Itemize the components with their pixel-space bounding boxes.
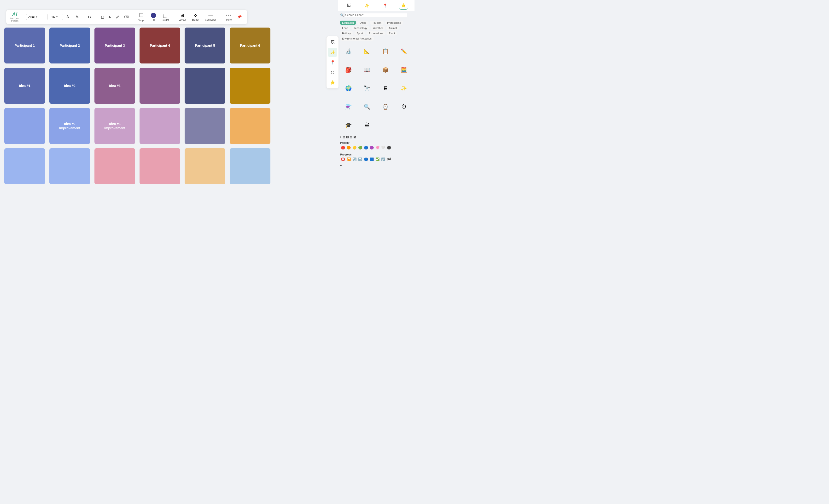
font-color-button[interactable]: A xyxy=(107,14,112,20)
clipart-magnifier[interactable]: 🔍 xyxy=(358,98,376,115)
clipart-stopwatch[interactable]: ⏱ xyxy=(395,98,412,115)
float-icon-sparkle[interactable]: ✨ xyxy=(328,48,337,57)
card-row4-3[interactable] xyxy=(95,148,135,184)
card-row4-4[interactable] xyxy=(140,148,180,184)
font-family-select[interactable]: Arial ▼ xyxy=(26,14,48,20)
clipart-scroll[interactable]: 🔬 📐 📋 ✏️ 🎒 📖 📦 🧮 🌍 🔭 🖥 ✨ ⚗️ 🔍 ⌚ ⏱ 🎓 🏛 ≡ … xyxy=(338,42,414,166)
clipart-book-open[interactable]: 📖 xyxy=(358,61,376,79)
card-participant-1[interactable]: Participant 1 xyxy=(4,28,45,64)
font-size-select[interactable]: 16 ▼ xyxy=(49,14,63,20)
float-icon-star[interactable]: ⭐ xyxy=(328,78,337,87)
card-idea-2[interactable]: Idea #2 xyxy=(49,68,90,104)
float-icon-image[interactable]: 🖼 xyxy=(328,38,337,47)
progress-6[interactable]: ✅ xyxy=(375,157,380,162)
eraser-button[interactable]: ⌫ xyxy=(122,14,130,20)
card-idea-4[interactable] xyxy=(140,68,180,104)
cat-sport[interactable]: Sport xyxy=(354,31,365,35)
font-size-up-button[interactable]: A+ xyxy=(65,14,72,20)
progress-1[interactable]: 🔁 xyxy=(346,157,351,162)
card-row3-4[interactable] xyxy=(140,108,180,144)
highlight-button[interactable]: 🖊 xyxy=(114,14,120,20)
view-icon-3[interactable]: ⊡ xyxy=(346,135,349,139)
priority-6[interactable]: 🟣 xyxy=(369,145,374,150)
branch-tool[interactable]: ⊹ Branch xyxy=(190,12,202,22)
strip-icon-clipart[interactable]: ⭐ xyxy=(399,1,407,9)
cat-animal[interactable]: Animal xyxy=(386,26,399,30)
card-idea-5[interactable] xyxy=(185,68,225,104)
view-icon-5[interactable]: ⊠ xyxy=(353,135,356,139)
cat-professions[interactable]: Professions xyxy=(385,21,403,25)
progress-2[interactable]: 🔃 xyxy=(352,157,357,162)
float-icon-location[interactable]: 📍 xyxy=(328,58,337,67)
card-row3-3[interactable]: Idea #3Improvement xyxy=(95,108,135,144)
border-tool[interactable]: ⬚ Border xyxy=(160,12,171,22)
view-icon-1[interactable]: ≡ xyxy=(340,135,341,139)
underline-button[interactable]: U xyxy=(100,14,105,20)
priority-8[interactable]: 🤍 xyxy=(381,145,386,150)
card-participant-4[interactable]: Participant 4 xyxy=(140,28,180,64)
priority-7[interactable]: 🩷 xyxy=(375,145,380,150)
italic-button[interactable]: I xyxy=(94,14,98,20)
card-row3-2[interactable]: Idea #2Improvement xyxy=(49,108,90,144)
progress-7[interactable]: ☑️ xyxy=(381,157,386,162)
priority-4[interactable]: 🟢 xyxy=(357,145,363,150)
cat-holiday[interactable]: Holiday xyxy=(340,31,353,35)
card-row4-1[interactable] xyxy=(4,148,45,184)
pin-button[interactable]: 📌 xyxy=(236,14,243,20)
priority-2[interactable]: 🟠 xyxy=(346,145,351,150)
clipart-building[interactable]: 🏛 xyxy=(358,116,376,134)
clipart-blackboard[interactable]: 📋 xyxy=(376,43,394,60)
cat-tourism[interactable]: Tourism xyxy=(370,21,384,25)
more-tool[interactable]: ••• More xyxy=(224,12,234,22)
priority-3[interactable]: 🟡 xyxy=(352,145,357,150)
clipart-sparkle2[interactable]: ✨ xyxy=(395,80,412,97)
card-row4-6[interactable] xyxy=(230,148,271,184)
view-icon-4[interactable]: ⊟ xyxy=(350,135,352,139)
clipart-backpack[interactable]: 🎒 xyxy=(340,61,357,79)
card-participant-5[interactable]: Participant 5 xyxy=(185,28,225,64)
clipart-molecule[interactable]: ⚗️ xyxy=(340,98,357,115)
priority-1[interactable]: 🔴 xyxy=(340,145,346,150)
priority-9[interactable]: ⚫ xyxy=(386,145,392,150)
card-idea-6[interactable] xyxy=(230,68,271,104)
fill-tool[interactable]: Fill xyxy=(149,12,158,22)
strip-icon-location[interactable]: 📍 xyxy=(381,1,389,9)
card-idea-3[interactable]: Idea #3 xyxy=(95,68,135,104)
card-row4-5[interactable] xyxy=(185,148,225,184)
cat-food[interactable]: Food xyxy=(340,26,351,30)
clipart-microscope[interactable]: 🔬 xyxy=(340,43,357,60)
cat-technology[interactable]: Technology xyxy=(352,26,370,30)
clipart-watch[interactable]: ⌚ xyxy=(376,98,394,115)
clipart-monitor[interactable]: 🖥 xyxy=(376,80,394,97)
float-icon-shape[interactable]: ⬡ xyxy=(328,68,337,77)
cat-plant[interactable]: Plant xyxy=(387,31,397,35)
progress-5[interactable]: 🟦 xyxy=(369,157,374,162)
card-participant-6[interactable]: Participant 6 xyxy=(230,28,271,64)
font-size-down-button[interactable]: A- xyxy=(74,14,81,20)
clipart-calculator[interactable]: 🧮 xyxy=(395,61,412,79)
card-participant-2[interactable]: Participant 2 xyxy=(49,28,90,64)
bold-button[interactable]: B xyxy=(87,14,92,20)
view-icon-2[interactable]: ⊞ xyxy=(343,135,345,139)
clipart-globe[interactable]: 🌍 xyxy=(340,80,357,97)
card-row3-5[interactable] xyxy=(185,108,225,144)
priority-5[interactable]: 🔵 xyxy=(363,145,368,150)
card-row3-1[interactable] xyxy=(4,108,45,144)
cat-weather[interactable]: Weather xyxy=(371,26,385,30)
card-idea-1[interactable]: Idea #1 xyxy=(4,68,45,104)
cat-education[interactable]: Education xyxy=(340,21,356,25)
shape-tool[interactable]: ☐ Shape xyxy=(136,12,147,22)
progress-8[interactable]: 🏁 xyxy=(386,157,392,162)
connector-tool[interactable]: — Connector xyxy=(203,12,218,22)
ai-logo-block[interactable]: AI intelligentcreation xyxy=(10,12,19,22)
progress-4[interactable]: 🔵 xyxy=(363,157,368,162)
search-options-icon[interactable]: ⋯ xyxy=(409,13,412,17)
search-input[interactable] xyxy=(345,13,407,17)
card-participant-3[interactable]: Participant 3 xyxy=(95,28,135,64)
clipart-boxes[interactable]: 📦 xyxy=(376,61,394,79)
cat-expressions[interactable]: Expressions xyxy=(366,31,386,35)
progress-3[interactable]: 🔄 xyxy=(357,157,363,162)
strip-icon-wand[interactable]: ✨ xyxy=(363,1,371,9)
clipart-pencil[interactable]: ✏️ xyxy=(395,43,412,60)
progress-0[interactable]: ⭕ xyxy=(340,157,346,162)
